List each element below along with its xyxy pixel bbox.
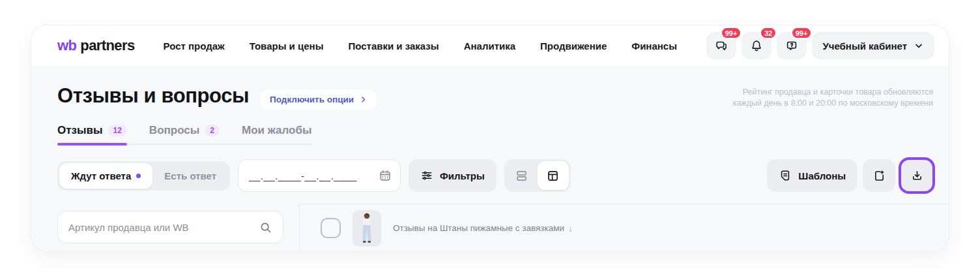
tab-bar: Отзывы 12 Вопросы 2 Мои жалобы — [57, 124, 311, 145]
templates-button[interactable]: Шаблоны — [767, 159, 857, 192]
chat-icon — [714, 39, 728, 53]
rating-update-note-line1: Рейтинг продавца и карточки товара обнов… — [733, 87, 933, 98]
select-group-checkbox[interactable] — [321, 218, 341, 238]
tab-reviews-badge: 12 — [108, 125, 127, 136]
sliders-icon — [420, 169, 433, 182]
tab-my-complaints[interactable]: Мои жалобы — [242, 124, 311, 137]
help-badge: 99+ — [791, 27, 813, 39]
tab-questions-label: Вопросы — [149, 124, 199, 137]
account-label: Учебный кабинет — [822, 40, 907, 52]
header-actions: 99+ 32 99 — [706, 32, 934, 59]
tab-questions[interactable]: Вопросы 2 — [149, 124, 220, 137]
tab-questions-badge: 2 — [205, 125, 220, 136]
product-thumbnail[interactable] — [353, 210, 381, 247]
date-range-field — [238, 159, 401, 192]
notifications-badge: 32 — [760, 27, 777, 39]
tab-reviews[interactable]: Отзывы 12 — [57, 124, 127, 137]
wb-partners-logo[interactable]: wb partners — [57, 37, 135, 54]
article-search-field — [57, 211, 283, 243]
connect-options-label: Подключить опции — [270, 95, 354, 104]
rating-update-note-line2: каждый день в 8:00 и 20:00 по московском… — [733, 98, 933, 109]
answer-status-segmented-control: Ждут ответа Есть ответ — [57, 161, 230, 191]
main-nav: Рост продаж Товары и цены Поставки и зак… — [164, 40, 677, 52]
account-menu-button[interactable]: Учебный кабинет — [812, 32, 934, 59]
search-icon[interactable] — [259, 221, 272, 234]
main-card: wb partners Рост продаж Товары и цены По… — [31, 25, 949, 251]
nav-item-goods-prices[interactable]: Товары и цены — [250, 40, 324, 52]
segment-has-answer-label: Есть ответ — [164, 170, 216, 181]
logo-wb: wb — [57, 37, 76, 54]
segment-waiting-answer[interactable]: Ждут ответа — [59, 163, 152, 189]
review-group-title[interactable]: Отзывы на Штаны пижамные с завязками ↓ — [393, 223, 573, 234]
notifications-button[interactable]: 32 — [742, 32, 771, 59]
tab-reviews-label: Отзывы — [57, 124, 103, 137]
review-group-title-text: Отзывы на Штаны пижамные с завязками — [393, 223, 564, 233]
list-view-button[interactable] — [506, 161, 538, 190]
template-document-icon — [779, 169, 792, 182]
search-column — [31, 204, 299, 251]
download-icon — [910, 169, 924, 183]
connect-options-link[interactable]: Подключить опции — [261, 89, 377, 110]
view-mode-toggle — [504, 159, 571, 192]
templates-label: Шаблоны — [798, 170, 846, 181]
chats-badge: 99+ — [721, 27, 742, 39]
page-header: Отзывы и вопросы Подключить опции Рейтин… — [31, 66, 949, 110]
filters-button[interactable]: Фильтры — [409, 159, 497, 192]
chats-button[interactable]: 99+ — [706, 32, 736, 59]
chevron-right-icon — [359, 95, 368, 104]
nav-item-analytics[interactable]: Аналитика — [464, 40, 515, 52]
download-button[interactable] — [901, 159, 933, 192]
nav-item-finance[interactable]: Финансы — [631, 40, 677, 52]
toolbar-right-actions: Шаблоны — [767, 159, 933, 192]
sort-descending-icon[interactable]: ↓ — [568, 223, 573, 234]
calendar-icon[interactable] — [378, 168, 392, 183]
segment-waiting-label: Ждут ответа — [71, 170, 131, 181]
nav-item-promotion[interactable]: Продвижение — [540, 40, 607, 52]
page-title: Отзывы и вопросы — [57, 84, 249, 108]
nav-item-sales-growth[interactable]: Рост продаж — [164, 40, 225, 52]
filters-toolbar: Ждут ответа Есть ответ — [57, 159, 933, 192]
bell-icon — [749, 39, 764, 53]
create-document-button[interactable] — [863, 159, 895, 192]
help-button[interactable]: 99+ — [777, 32, 807, 59]
table-view-icon — [546, 169, 560, 183]
unread-dot-icon — [136, 174, 141, 178]
top-navbar: wb partners Рост продаж Товары и цены По… — [31, 25, 949, 66]
logo-partners: partners — [80, 37, 134, 54]
segment-has-answer[interactable]: Есть ответ — [152, 163, 228, 189]
review-group-row: Отзывы на Штаны пижамные с завязками ↓ — [299, 204, 949, 251]
chevron-down-icon — [914, 40, 924, 51]
content-area: Отзывы на Штаны пижамные с завязками ↓ — [31, 204, 949, 251]
list-view-icon — [515, 169, 528, 183]
table-view-button[interactable] — [538, 161, 569, 190]
filters-label: Фильтры — [440, 170, 485, 181]
rating-update-note: Рейтинг продавца и карточки товара обнов… — [733, 84, 933, 109]
nav-item-supplies-orders[interactable]: Поставки и заказы — [348, 40, 439, 52]
pajama-pants-image — [353, 210, 381, 247]
document-plus-icon — [872, 169, 886, 183]
date-range-input[interactable] — [249, 170, 378, 181]
help-icon — [785, 39, 799, 53]
tab-my-complaints-label: Мои жалобы — [242, 124, 311, 137]
article-search-input[interactable] — [68, 222, 259, 233]
